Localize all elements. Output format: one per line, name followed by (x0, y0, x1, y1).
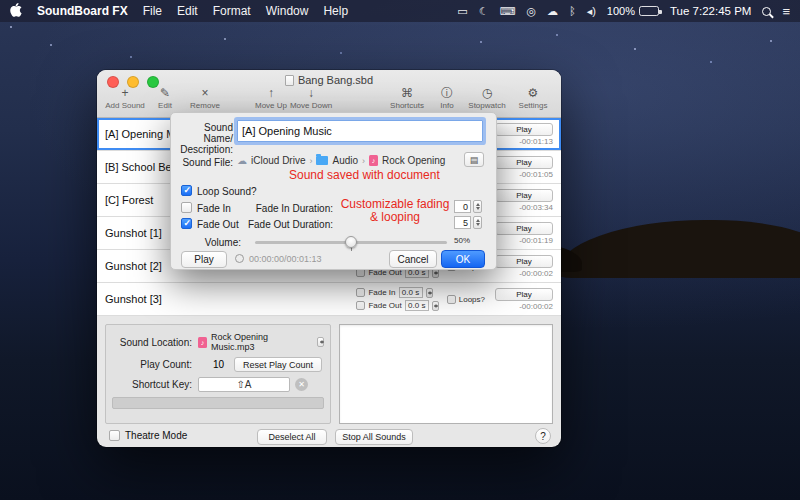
toolbar-tools-group: ⌘ Shortcuts ⓘ Info ◷ Stopwatch (387, 86, 507, 110)
reset-play-count-button[interactable]: Reset Play Count (234, 357, 322, 372)
sound-name: Gunshot [3] (105, 293, 356, 305)
file-path-breadcrumb[interactable]: ☁ iCloud Drive › Audio › ♪ Rock Opening (237, 153, 445, 168)
screen-record-icon[interactable]: ◎ (526, 6, 536, 17)
fade-out-stepper[interactable] (432, 301, 439, 311)
loop-sound-checkbox[interactable] (181, 185, 192, 196)
stopwatch-icon: ◷ (482, 86, 492, 101)
volume-label: Volume: (181, 237, 241, 248)
fade-in-stepper[interactable] (473, 200, 482, 213)
loops-checkbox[interactable] (447, 295, 456, 304)
bluetooth-icon[interactable]: ᛒ (569, 6, 576, 17)
edit-button[interactable]: ✎ Edit (145, 86, 185, 110)
fade-in-checkbox[interactable] (181, 202, 192, 213)
sound-name-input[interactable] (237, 120, 483, 142)
menu-window[interactable]: Window (266, 4, 309, 18)
add-icon: + (121, 86, 128, 101)
fade-out-duration-field[interactable]: 5 (454, 216, 471, 229)
move-down-button[interactable]: ↓ Move Down (291, 86, 331, 110)
menu-format[interactable]: Format (213, 4, 251, 18)
preview-play-button[interactable]: Play (181, 251, 227, 268)
music-file-icon: ♪ (369, 155, 378, 166)
do-not-disturb-icon[interactable]: ☾ (479, 6, 489, 17)
play-button[interactable]: Play (495, 288, 553, 301)
theatre-mode-label: Theatre Mode (125, 430, 187, 441)
window-title-text: Bang Bang.sbd (298, 74, 373, 86)
file-actions-button[interactable]: ▤ (464, 152, 484, 167)
add-sound-button[interactable]: + Add Sound (105, 86, 145, 110)
island-silhouette (556, 220, 800, 278)
shortcut-key-field[interactable]: ⇧A (198, 377, 290, 392)
battery-percent-label: 100% (607, 5, 635, 17)
settings-button[interactable]: ⚙ Settings (513, 86, 553, 110)
remaining-time: -00:03:34 (519, 203, 553, 212)
shortcuts-button[interactable]: ⌘ Shortcuts (387, 86, 427, 110)
fade-out-checkbox[interactable] (356, 301, 365, 310)
sound-location-popup[interactable]: ♪ Rock Opening Music.mp3 (198, 332, 324, 352)
fade-in-duration-field[interactable]: 0.0 s (399, 287, 423, 298)
menu-bar-clock[interactable]: Tue 7:22:45 PM (670, 5, 751, 17)
stop-all-sounds-button[interactable]: Stop All Sounds (335, 429, 413, 445)
remove-button[interactable]: × Remove (185, 86, 225, 110)
play-button[interactable]: Play (495, 123, 553, 136)
clear-shortcut-button[interactable]: ✕ (295, 378, 308, 391)
theatre-mode-checkbox[interactable] (109, 430, 120, 441)
apple-menu-icon[interactable] (10, 3, 22, 20)
spotlight-search-icon[interactable] (762, 7, 771, 16)
battery-icon (639, 6, 659, 16)
battery-status[interactable]: 100% (607, 5, 659, 17)
sound-name-label: Sound Name/ Description: (173, 122, 233, 155)
info-icon: ⓘ (441, 86, 453, 101)
volume-slider[interactable] (255, 241, 447, 244)
disabled-field-bar (112, 397, 324, 409)
pencil-icon: ✎ (160, 86, 170, 101)
remaining-time: -00:00:02 (519, 269, 553, 278)
remove-icon: × (201, 86, 208, 101)
loop-sound-label: Loop Sound? (197, 186, 257, 197)
fade-in-checkbox[interactable] (356, 288, 365, 297)
fade-in-duration-field[interactable]: 0 (454, 200, 471, 213)
play-count-value: 10 (198, 359, 224, 370)
list-item[interactable]: Gunshot [3] Fade In0.0 s Fade Out0.0 s L… (97, 283, 561, 316)
stopwatch-button[interactable]: ◷ Stopwatch (467, 86, 507, 110)
annotation-saved-with-document: Sound saved with document (289, 168, 479, 182)
app-menu-title[interactable]: SoundBoard FX (37, 4, 128, 18)
fade-out-stepper[interactable] (473, 216, 482, 229)
help-button[interactable]: ? (535, 428, 551, 444)
menu-edit[interactable]: Edit (177, 4, 198, 18)
screen-mirroring-icon[interactable]: ▭ (457, 6, 467, 17)
loops-label: Loops? (459, 295, 485, 304)
menu-help[interactable]: Help (323, 4, 348, 18)
menu-file[interactable]: File (143, 4, 162, 18)
move-up-button[interactable]: ↑ Move Up (251, 86, 291, 110)
desktop: SoundBoard FX File Edit Format Window He… (0, 0, 800, 500)
keyboard-icon[interactable]: ⌨ (500, 6, 516, 17)
remaining-time: -00:01:05 (519, 170, 553, 179)
play-button[interactable]: Play (495, 255, 553, 268)
theatre-mode-toggle[interactable]: Theatre Mode (109, 430, 187, 441)
sound-location-popup-arrows[interactable] (317, 337, 324, 347)
deselect-all-button[interactable]: Deselect All (257, 429, 327, 445)
volume-slider-knob[interactable] (345, 236, 357, 248)
remaining-time: -00:01:19 (519, 236, 553, 245)
document-icon (285, 75, 294, 86)
play-button[interactable]: Play (495, 189, 553, 202)
volume-icon[interactable]: ◂) (587, 6, 596, 17)
fade-out-duration-field[interactable]: 0.0 s (405, 300, 429, 311)
play-button[interactable]: Play (495, 156, 553, 169)
notes-text-area[interactable] (339, 324, 553, 424)
fade-in-stepper[interactable] (426, 288, 433, 298)
remaining-time: -00:00:02 (519, 302, 553, 311)
fade-out-checkbox[interactable] (181, 218, 192, 229)
annotation-customizable-fading: Customizable fading & looping (329, 198, 461, 224)
play-button[interactable]: Play (495, 222, 553, 235)
cancel-button[interactable]: Cancel (389, 250, 437, 268)
app-window: Bang Bang.sbd + Add Sound ✎ Edit × Remov… (97, 70, 561, 447)
ok-button[interactable]: OK (441, 250, 485, 268)
notification-center-icon[interactable]: ≡ (782, 5, 790, 18)
fade-in-label: Fade In (368, 288, 395, 297)
menu-bar-left: SoundBoard FX File Edit Format Window He… (10, 3, 348, 20)
cloud-icon[interactable]: ☁ (547, 6, 558, 17)
info-button[interactable]: ⓘ Info (427, 86, 467, 110)
arrow-down-icon: ↓ (308, 86, 314, 101)
sound-file-label: Sound File: (173, 157, 233, 168)
